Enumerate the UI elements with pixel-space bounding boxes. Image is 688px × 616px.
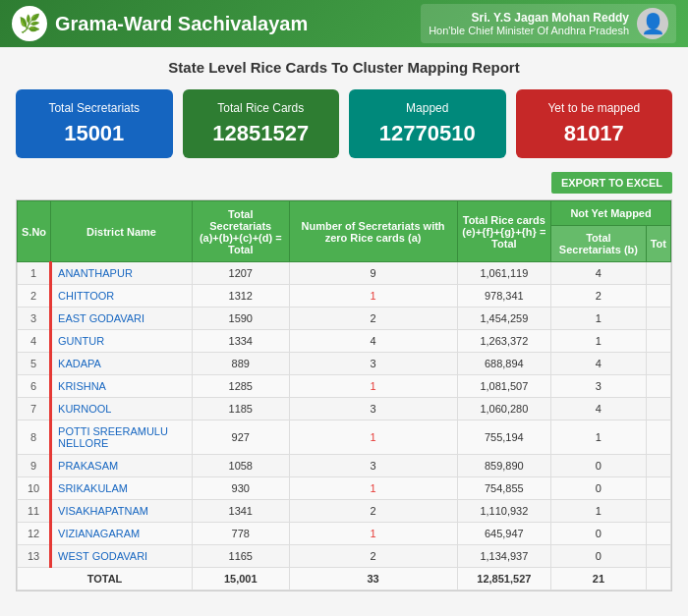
col-total-rice: Total Rice cards(e)+{f}+{g}+{h} = Total	[457, 201, 551, 262]
cell-district[interactable]: POTTI SREERAMULU NELLORE	[51, 420, 193, 455]
cell-total-rice: 754,855	[457, 477, 551, 500]
table-total-row: TOTAL 15,001 33 12,851,527 21	[18, 568, 671, 590]
cell-total-sec: 1285	[193, 375, 290, 398]
cell-sno: 13	[18, 545, 51, 568]
table-row: 7 KURNOOL 1185 3 1,060,280 4	[18, 398, 671, 420]
cell-total-sec: 1341	[193, 500, 290, 523]
cell-district[interactable]: EAST GODAVARI	[51, 308, 193, 330]
data-table-wrapper: S.No District Name Total Secretariats(a)…	[16, 199, 672, 591]
cell-not-mapped-sec: 0	[551, 455, 647, 477]
cell-total-sec: 1058	[193, 455, 290, 477]
cell-zero-rice: 2	[289, 500, 457, 523]
header: 🌿 Grama-Ward Sachivalayam Sri. Y.S Jagan…	[0, 0, 688, 47]
cell-total-sec: 1590	[193, 308, 290, 330]
cell-total-sec: 1334	[193, 330, 290, 353]
cell-district[interactable]: VISAKHAPATNAM	[51, 500, 193, 523]
cell-district[interactable]: KADAPA	[51, 353, 193, 375]
col-not-yet-mapped: Not Yet Mapped	[551, 201, 671, 226]
cell-not-mapped-tot	[646, 420, 670, 455]
cell-total-sec: 15,001	[193, 568, 290, 590]
table-row: 1 ANANTHAPUR 1207 9 1,061,119 4	[18, 262, 671, 285]
cell-not-mapped-tot	[646, 353, 670, 375]
cell-sno: 5	[18, 353, 51, 375]
cell-total-sec: 889	[193, 353, 290, 375]
cell-district[interactable]: SRIKAKULAM	[51, 477, 193, 500]
cell-total-sec: 1312	[193, 285, 290, 308]
cell-district[interactable]: ANANTHAPUR	[51, 262, 193, 285]
cell-zero-rice: 1	[289, 477, 457, 500]
cell-district[interactable]: CHITTOOR	[51, 285, 193, 308]
table-row: 11 VISAKHAPATNAM 1341 2 1,110,932 1	[18, 500, 671, 523]
cell-sno: 11	[18, 500, 51, 523]
table-row: 3 EAST GODAVARI 1590 2 1,454,259 1	[18, 308, 671, 330]
cell-sno: 12	[18, 523, 51, 545]
avatar: 👤	[637, 8, 668, 39]
cell-total-zero-rice: 33	[289, 568, 457, 590]
cell-sno: 2	[18, 285, 51, 308]
col-district: District Name	[51, 201, 193, 262]
cell-sno: 8	[18, 420, 51, 455]
cell-total-rice: 12,851,527	[457, 568, 551, 590]
logo-icon: 🌿	[12, 6, 47, 41]
cell-not-mapped-sec: 3	[551, 375, 647, 398]
table-row: 4 GUNTUR 1334 4 1,263,372 1	[18, 330, 671, 353]
cell-total-rice: 1,060,280	[457, 398, 551, 420]
cell-not-mapped-sec: 4	[551, 353, 647, 375]
main-content: State Level Rice Cards To Cluster Mappin…	[0, 47, 688, 603]
cell-total-rice: 1,263,372	[457, 330, 551, 353]
cell-zero-rice: 1	[289, 523, 457, 545]
cell-not-mapped-sec: 0	[551, 477, 647, 500]
data-table: S.No District Name Total Secretariats(a)…	[17, 200, 671, 590]
cell-not-mapped-sec: 0	[551, 523, 647, 545]
minister-info: Sri. Y.S Jagan Mohan Reddy Hon'ble Chief…	[421, 4, 676, 43]
cell-district[interactable]: GUNTUR	[51, 330, 193, 353]
cell-not-mapped-sec: 1	[551, 308, 647, 330]
col-not-mapped-tot: Tot	[646, 226, 670, 262]
stat-card-total-secretariats: Total Secretariats15001	[16, 89, 173, 158]
table-row: 13 WEST GODAVARI 1165 2 1,134,937 0	[18, 545, 671, 568]
cell-sno: 4	[18, 330, 51, 353]
cell-zero-rice: 2	[289, 545, 457, 568]
cell-district[interactable]: PRAKASAM	[51, 455, 193, 477]
cell-not-mapped-sec: 0	[551, 545, 647, 568]
cell-district[interactable]: KURNOOL	[51, 398, 193, 420]
cell-sno: 10	[18, 477, 51, 500]
cell-not-mapped-tot	[646, 500, 670, 523]
cell-total-rice: 645,947	[457, 523, 551, 545]
cell-not-mapped-sec: 2	[551, 285, 647, 308]
table-row: 10 SRIKAKULAM 930 1 754,855 0	[18, 477, 671, 500]
col-total-sec: Total Secretariats(a)+(b)+(c)+(d) = Tota…	[193, 201, 290, 262]
cell-district[interactable]: VIZIANAGARAM	[51, 523, 193, 545]
cell-district[interactable]: WEST GODAVARI	[51, 545, 193, 568]
cell-zero-rice: 1	[289, 420, 457, 455]
table-row: 8 POTTI SREERAMULU NELLORE 927 1 755,194…	[18, 420, 671, 455]
cell-zero-rice: 1	[289, 375, 457, 398]
cell-total-rice: 978,341	[457, 285, 551, 308]
cell-not-mapped-tot	[646, 375, 670, 398]
cell-total-sec: 778	[193, 523, 290, 545]
cell-total-rice: 1,134,937	[457, 545, 551, 568]
cell-total-sec: 927	[193, 420, 290, 455]
export-row: EXPORT TO EXCEL	[16, 172, 672, 194]
minister-role: Hon'ble Chief Minister Of Andhra Pradesh	[429, 25, 629, 36]
app-title: Grama-Ward Sachivalayam	[55, 13, 308, 35]
cell-not-mapped-tot	[646, 545, 670, 568]
cell-total-not-mapped-tot	[646, 568, 670, 590]
cell-sno: 6	[18, 375, 51, 398]
col-not-mapped-sec: Total Secretariats (b)	[551, 226, 647, 262]
cell-total-sec: 1207	[193, 262, 290, 285]
cell-total-sec: 930	[193, 477, 290, 500]
page-title: State Level Rice Cards To Cluster Mappin…	[16, 59, 672, 76]
cell-not-mapped-sec: 1	[551, 420, 647, 455]
cell-sno: 7	[18, 398, 51, 420]
cell-not-mapped-sec: 1	[551, 330, 647, 353]
stat-card-total-rice-cards: Total Rice Cards12851527	[183, 89, 340, 158]
cell-not-mapped-tot	[646, 285, 670, 308]
export-button[interactable]: EXPORT TO EXCEL	[551, 172, 672, 194]
cell-not-mapped-tot	[646, 455, 670, 477]
cell-total-not-mapped-sec: 21	[551, 568, 647, 590]
cell-total-rice: 1,081,507	[457, 375, 551, 398]
header-left: 🌿 Grama-Ward Sachivalayam	[12, 6, 308, 41]
cell-district[interactable]: KRISHNA	[51, 375, 193, 398]
cell-not-mapped-sec: 4	[551, 398, 647, 420]
